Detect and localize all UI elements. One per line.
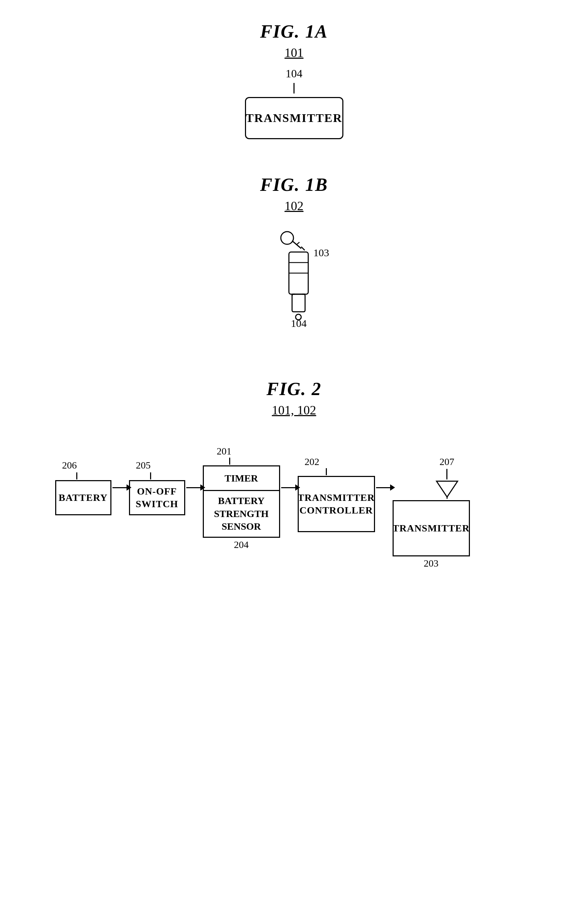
fig1a-transmitter-text: TRANSMITTER <box>246 112 342 125</box>
svg-line-1 <box>292 241 301 248</box>
timer-batt-block: TIMER BATTERYSTRENGTHSENSOR <box>203 465 280 538</box>
batt-strength-text: BATTERYSTRENGTHSENSOR <box>214 494 269 533</box>
fig1b-title: FIG. 1B <box>260 174 328 195</box>
antenna-ref: 207 <box>440 456 455 468</box>
svg-line-2 <box>301 247 305 250</box>
fig1a-label: 101 <box>285 45 304 60</box>
battery-text: BATTERY <box>59 491 108 504</box>
onoff-container: 205 ON-OFFSWITCH <box>129 460 185 515</box>
txctrl-ref: 202 <box>305 456 319 468</box>
onoff-block: ON-OFFSWITCH <box>129 480 185 515</box>
timer-batt-container: 201 TIMER BATTERYSTRENGTHSENSOR 204 <box>203 446 280 550</box>
txctrl-text: TRANSMITTERCONTROLLER <box>298 491 374 517</box>
page: FIG. 1A 101 104 TRANSMITTER FIG. 1B 102 <box>0 0 588 923</box>
svg-rect-7 <box>292 294 305 312</box>
svg-marker-13 <box>437 481 458 497</box>
fig1a-transmitter-box: TRANSMITTER <box>245 97 343 139</box>
transmitter2-block: TRANSMITTER <box>393 500 470 557</box>
arrow-onoff-timer <box>186 484 205 491</box>
antenna-container: 207 <box>393 456 470 500</box>
transmitter2-container: 207 TRANSMITTER <box>393 456 470 569</box>
txctrl-block: TRANSMITTERCONTROLLER <box>298 476 375 532</box>
transmitter2-text: TRANSMITTER <box>393 522 470 535</box>
timer-inner: TIMER <box>204 466 279 491</box>
battery-container: 206 BATTERY <box>55 460 112 515</box>
fig1b-svg <box>256 227 333 333</box>
onoff-ref-label: 205 <box>136 460 185 471</box>
batt-strength-ref: 204 <box>234 539 249 550</box>
fig1a-connector-line <box>294 83 294 94</box>
fig1b-label: 102 <box>285 199 304 214</box>
fig1a-ref104: 104 <box>286 67 302 80</box>
battery-block: BATTERY <box>55 480 112 515</box>
fig1a-title: FIG. 1A <box>260 21 328 42</box>
battery-ref-label: 206 <box>62 460 112 471</box>
fig2-label: 101, 102 <box>272 403 316 417</box>
antenna-svg <box>435 480 459 499</box>
fig1b-ref104: 104 <box>291 317 307 329</box>
batt-strength-inner: BATTERYSTRENGTHSENSOR <box>204 491 279 537</box>
timer-ref: 201 <box>217 446 232 457</box>
fig2-title: FIG. 2 <box>266 379 321 399</box>
svg-point-0 <box>281 232 294 244</box>
fig1b-diagram: 103 104 <box>256 227 333 333</box>
onoff-text: ON-OFFSWITCH <box>136 485 178 511</box>
svg-line-3 <box>297 242 299 244</box>
arrow-timer-txctrl <box>281 484 300 491</box>
fig2-top-label: 101, 102 <box>272 403 316 425</box>
txctrl-container: 202 TRANSMITTERCONTROLLER <box>298 456 375 532</box>
arrow-batt-onoff <box>112 484 131 491</box>
timer-text: TIMER <box>225 473 258 484</box>
fig1b-section: FIG. 1B 102 <box>256 174 333 333</box>
transmitter2-ref: 203 <box>424 558 439 569</box>
fig2-section: FIG. 2 101, 102 206 BATTERY <box>0 379 588 439</box>
fig1b-ref103: 103 <box>314 247 329 259</box>
fig1a-section: FIG. 1A 101 104 TRANSMITTER <box>245 21 343 139</box>
arrow-txctrl-tx <box>376 484 395 491</box>
